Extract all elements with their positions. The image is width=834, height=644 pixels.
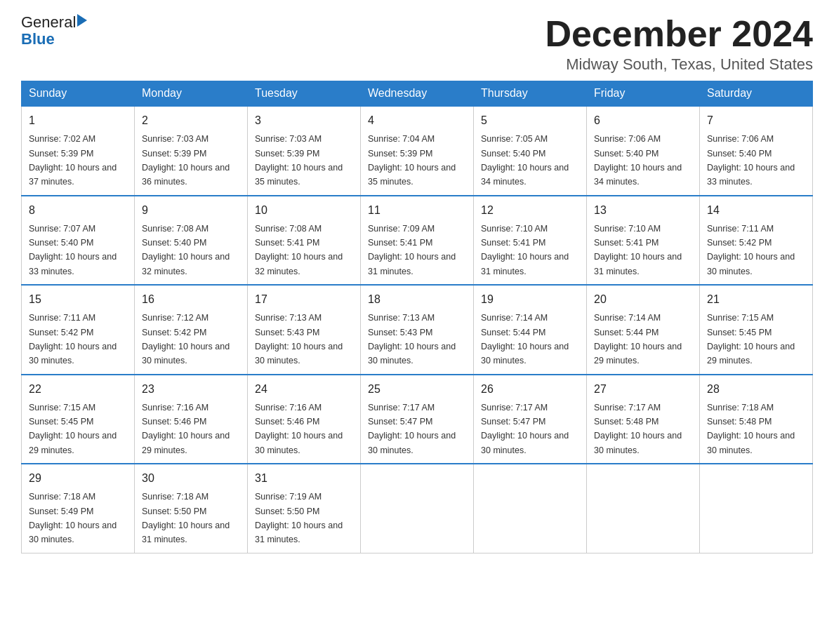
logo-line2: Blue xyxy=(21,31,55,48)
logo-line1: General xyxy=(21,14,87,31)
calendar-day-3: 3Sunrise: 7:03 AMSunset: 5:39 PMDaylight… xyxy=(248,106,361,196)
day-info: Sunrise: 7:18 AMSunset: 5:50 PMDaylight:… xyxy=(142,492,230,544)
calendar-day-22: 22Sunrise: 7:15 AMSunset: 5:45 PMDayligh… xyxy=(22,375,135,464)
day-info: Sunrise: 7:17 AMSunset: 5:48 PMDaylight:… xyxy=(594,403,682,455)
calendar-table: Sunday Monday Tuesday Wednesday Thursday… xyxy=(21,81,813,554)
calendar-day-2: 2Sunrise: 7:03 AMSunset: 5:39 PMDaylight… xyxy=(135,106,248,196)
calendar-week-5: 29Sunrise: 7:18 AMSunset: 5:49 PMDayligh… xyxy=(22,464,813,553)
col-saturday: Saturday xyxy=(700,81,813,107)
calendar-day-18: 18Sunrise: 7:13 AMSunset: 5:43 PMDayligh… xyxy=(361,285,474,375)
calendar-day-20: 20Sunrise: 7:14 AMSunset: 5:44 PMDayligh… xyxy=(587,285,700,375)
day-number: 1 xyxy=(29,112,127,129)
calendar-day-14: 14Sunrise: 7:11 AMSunset: 5:42 PMDayligh… xyxy=(700,196,813,286)
day-info: Sunrise: 7:03 AMSunset: 5:39 PMDaylight:… xyxy=(255,134,343,187)
calendar-day-28: 28Sunrise: 7:18 AMSunset: 5:48 PMDayligh… xyxy=(700,375,813,464)
calendar-day-19: 19Sunrise: 7:14 AMSunset: 5:44 PMDayligh… xyxy=(474,285,587,375)
calendar-day-9: 9Sunrise: 7:08 AMSunset: 5:40 PMDaylight… xyxy=(135,196,248,286)
day-info: Sunrise: 7:10 AMSunset: 5:41 PMDaylight:… xyxy=(481,224,569,276)
day-info: Sunrise: 7:13 AMSunset: 5:43 PMDaylight:… xyxy=(368,313,456,365)
day-number: 13 xyxy=(594,202,692,219)
calendar-day-7: 7Sunrise: 7:06 AMSunset: 5:40 PMDaylight… xyxy=(700,106,813,196)
calendar-day-empty xyxy=(700,464,813,553)
day-info: Sunrise: 7:10 AMSunset: 5:41 PMDaylight:… xyxy=(594,224,682,276)
day-number: 30 xyxy=(142,470,240,487)
calendar-day-1: 1Sunrise: 7:02 AMSunset: 5:39 PMDaylight… xyxy=(22,106,135,196)
calendar-week-4: 22Sunrise: 7:15 AMSunset: 5:45 PMDayligh… xyxy=(22,375,813,464)
day-number: 16 xyxy=(142,291,240,308)
calendar-day-21: 21Sunrise: 7:15 AMSunset: 5:45 PMDayligh… xyxy=(700,285,813,375)
day-info: Sunrise: 7:04 AMSunset: 5:39 PMDaylight:… xyxy=(368,134,456,187)
day-info: Sunrise: 7:15 AMSunset: 5:45 PMDaylight:… xyxy=(29,403,117,455)
col-wednesday: Wednesday xyxy=(361,81,474,107)
calendar-day-empty xyxy=(474,464,587,553)
day-number: 9 xyxy=(142,202,240,219)
calendar-header-row: Sunday Monday Tuesday Wednesday Thursday… xyxy=(22,81,813,107)
main-title: December 2024 xyxy=(545,14,813,54)
day-info: Sunrise: 7:11 AMSunset: 5:42 PMDaylight:… xyxy=(29,313,117,365)
day-info: Sunrise: 7:18 AMSunset: 5:48 PMDaylight:… xyxy=(707,403,795,455)
day-number: 20 xyxy=(594,291,692,308)
day-number: 21 xyxy=(707,291,805,308)
day-info: Sunrise: 7:18 AMSunset: 5:49 PMDaylight:… xyxy=(29,492,117,544)
day-info: Sunrise: 7:15 AMSunset: 5:45 PMDaylight:… xyxy=(707,313,795,365)
calendar-day-empty xyxy=(361,464,474,553)
day-info: Sunrise: 7:06 AMSunset: 5:40 PMDaylight:… xyxy=(707,134,795,187)
calendar-day-23: 23Sunrise: 7:16 AMSunset: 5:46 PMDayligh… xyxy=(135,375,248,464)
day-info: Sunrise: 7:02 AMSunset: 5:39 PMDaylight:… xyxy=(29,134,117,187)
day-number: 8 xyxy=(29,202,127,219)
day-number: 6 xyxy=(594,112,692,129)
day-number: 12 xyxy=(481,202,579,219)
day-info: Sunrise: 7:08 AMSunset: 5:41 PMDaylight:… xyxy=(255,224,343,276)
calendar-week-1: 1Sunrise: 7:02 AMSunset: 5:39 PMDaylight… xyxy=(22,106,813,196)
day-info: Sunrise: 7:11 AMSunset: 5:42 PMDaylight:… xyxy=(707,224,795,276)
day-number: 23 xyxy=(142,381,240,398)
day-info: Sunrise: 7:06 AMSunset: 5:40 PMDaylight:… xyxy=(594,134,682,187)
calendar-day-6: 6Sunrise: 7:06 AMSunset: 5:40 PMDaylight… xyxy=(587,106,700,196)
calendar-day-12: 12Sunrise: 7:10 AMSunset: 5:41 PMDayligh… xyxy=(474,196,587,286)
day-number: 28 xyxy=(707,381,805,398)
calendar-week-2: 8Sunrise: 7:07 AMSunset: 5:40 PMDaylight… xyxy=(22,196,813,286)
calendar-day-16: 16Sunrise: 7:12 AMSunset: 5:42 PMDayligh… xyxy=(135,285,248,375)
day-number: 10 xyxy=(255,202,353,219)
day-number: 15 xyxy=(29,291,127,308)
day-number: 5 xyxy=(481,112,579,129)
day-number: 7 xyxy=(707,112,805,129)
day-info: Sunrise: 7:05 AMSunset: 5:40 PMDaylight:… xyxy=(481,134,569,187)
col-friday: Friday xyxy=(587,81,700,107)
day-info: Sunrise: 7:13 AMSunset: 5:43 PMDaylight:… xyxy=(255,313,343,365)
day-number: 17 xyxy=(255,291,353,308)
day-number: 11 xyxy=(368,202,466,219)
calendar-day-8: 8Sunrise: 7:07 AMSunset: 5:40 PMDaylight… xyxy=(22,196,135,286)
day-number: 26 xyxy=(481,381,579,398)
logo: General Blue xyxy=(21,14,87,48)
day-info: Sunrise: 7:17 AMSunset: 5:47 PMDaylight:… xyxy=(368,403,456,455)
day-info: Sunrise: 7:16 AMSunset: 5:46 PMDaylight:… xyxy=(142,403,230,455)
calendar-day-10: 10Sunrise: 7:08 AMSunset: 5:41 PMDayligh… xyxy=(248,196,361,286)
calendar-day-30: 30Sunrise: 7:18 AMSunset: 5:50 PMDayligh… xyxy=(135,464,248,553)
day-number: 3 xyxy=(255,112,353,129)
calendar-day-26: 26Sunrise: 7:17 AMSunset: 5:47 PMDayligh… xyxy=(474,375,587,464)
calendar-week-3: 15Sunrise: 7:11 AMSunset: 5:42 PMDayligh… xyxy=(22,285,813,375)
day-number: 31 xyxy=(255,470,353,487)
subtitle: Midway South, Texas, United States xyxy=(545,55,813,74)
calendar-day-4: 4Sunrise: 7:04 AMSunset: 5:39 PMDaylight… xyxy=(361,106,474,196)
calendar-day-24: 24Sunrise: 7:16 AMSunset: 5:46 PMDayligh… xyxy=(248,375,361,464)
calendar-day-13: 13Sunrise: 7:10 AMSunset: 5:41 PMDayligh… xyxy=(587,196,700,286)
page-header: General Blue December 2024 Midway South,… xyxy=(21,14,813,74)
day-number: 19 xyxy=(481,291,579,308)
day-number: 2 xyxy=(142,112,240,129)
calendar-day-15: 15Sunrise: 7:11 AMSunset: 5:42 PMDayligh… xyxy=(22,285,135,375)
col-monday: Monday xyxy=(135,81,248,107)
calendar-day-27: 27Sunrise: 7:17 AMSunset: 5:48 PMDayligh… xyxy=(587,375,700,464)
day-info: Sunrise: 7:16 AMSunset: 5:46 PMDaylight:… xyxy=(255,403,343,455)
col-thursday: Thursday xyxy=(474,81,587,107)
day-number: 4 xyxy=(368,112,466,129)
col-tuesday: Tuesday xyxy=(248,81,361,107)
day-info: Sunrise: 7:09 AMSunset: 5:41 PMDaylight:… xyxy=(368,224,456,276)
calendar-day-31: 31Sunrise: 7:19 AMSunset: 5:50 PMDayligh… xyxy=(248,464,361,553)
day-number: 22 xyxy=(29,381,127,398)
day-info: Sunrise: 7:07 AMSunset: 5:40 PMDaylight:… xyxy=(29,224,117,276)
calendar-day-29: 29Sunrise: 7:18 AMSunset: 5:49 PMDayligh… xyxy=(22,464,135,553)
day-info: Sunrise: 7:08 AMSunset: 5:40 PMDaylight:… xyxy=(142,224,230,276)
day-info: Sunrise: 7:17 AMSunset: 5:47 PMDaylight:… xyxy=(481,403,569,455)
